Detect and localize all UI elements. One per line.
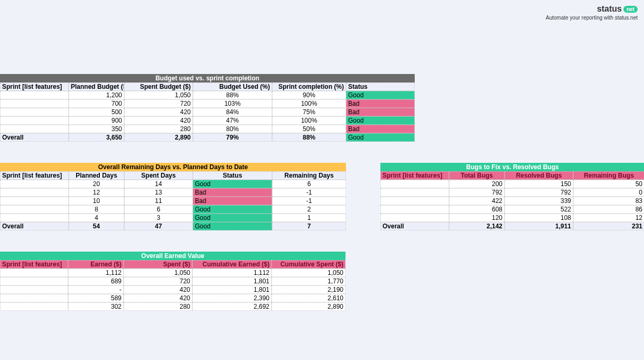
overall-cell: 1,911 (505, 222, 573, 230)
table-cell: 792 (449, 188, 505, 197)
col-header: Cumulative Spent ($) (272, 260, 346, 269)
status-badge: Bad (346, 125, 415, 133)
table-row (0, 125, 69, 133)
table-cell: 2 (272, 205, 346, 214)
status-badge: Good (193, 214, 272, 222)
overall-label: Overall (380, 222, 449, 230)
overall-cell: 7 (272, 222, 346, 230)
col-header: Budget Used (%) (193, 82, 272, 91)
table-cell: 150 (505, 180, 573, 188)
table-title: Bugs to Fix vs. Resolved Bugs (380, 163, 644, 171)
table-row (0, 277, 68, 285)
table-cell: -1 (272, 188, 346, 197)
col-header: Sprint [list features] (0, 260, 68, 269)
table-cell: 500 (69, 108, 124, 116)
table-row (0, 91, 69, 99)
overall-cell: 3,650 (69, 133, 124, 142)
brand-tagline: Automate your reporting with status.net (546, 15, 638, 21)
table-cell: 20 (69, 180, 124, 188)
table-row (0, 294, 68, 302)
table-cell: 6 (124, 205, 193, 214)
table-row (380, 197, 449, 205)
table-row (0, 285, 68, 294)
table-bugs: Bugs to Fix vs. Resolved Bugs Sprint [li… (380, 163, 644, 230)
table-cell: 420 (124, 116, 193, 125)
table-cell: 1,801 (192, 285, 272, 294)
table-cell: 420 (124, 294, 192, 302)
table-row (380, 188, 449, 197)
table-cell: 1,050 (124, 269, 192, 277)
table-row (380, 180, 449, 188)
table-cell: 3 (124, 214, 193, 222)
table-row (0, 302, 68, 311)
table-cell: 720 (124, 99, 193, 108)
status-badge: Bad (346, 108, 415, 116)
table-cell: 689 (68, 277, 124, 285)
table-cell: 302 (68, 302, 124, 311)
status-badge: Good (346, 116, 415, 125)
table-cell: 420 (124, 285, 192, 294)
table-cell: 50 (573, 180, 644, 188)
col-header: Sprint [list features] (0, 171, 69, 180)
col-header: Status (193, 171, 272, 180)
table-earned-value: Overall Earned Value Sprint [list featur… (0, 252, 644, 311)
table-title: Overall Earned Value (0, 252, 346, 260)
status-badge: Good (346, 133, 415, 142)
brand-logo: status net (546, 4, 638, 14)
status-badge: Good (193, 205, 272, 214)
col-header: Sprint [list features] (380, 171, 449, 180)
overall-cell: 2,890 (124, 133, 193, 142)
overall-cell: 88% (272, 133, 346, 142)
table-cell: 1,200 (69, 91, 124, 99)
status-badge: Bad (193, 197, 272, 205)
overall-cell: 2,142 (449, 222, 505, 230)
table-title: Budget used vs. sprint completion (0, 74, 415, 82)
status-badge: Good (193, 180, 272, 188)
table-cell: 86 (573, 205, 644, 214)
col-header: Sprint [list features] (0, 82, 69, 91)
col-header: Spent Days (124, 171, 193, 180)
table-row (0, 214, 69, 222)
table-cell: 50% (272, 125, 346, 133)
brand-badge: net (623, 6, 638, 13)
overall-label: Overall (0, 222, 69, 230)
table-cell: 13 (124, 188, 193, 197)
table-cell: 339 (505, 197, 573, 205)
table-row (380, 214, 449, 222)
table-cell: 100% (272, 99, 346, 108)
table-cell: 608 (449, 205, 505, 214)
table-cell: 80% (193, 125, 272, 133)
table-cell: 75% (272, 108, 346, 116)
table-cell: 900 (69, 116, 124, 125)
table-cell: 792 (505, 188, 573, 197)
table-cell: -1 (272, 197, 346, 205)
table-cell: 100% (272, 116, 346, 125)
table-row (0, 188, 69, 197)
overall-cell: 231 (573, 222, 644, 230)
table-cell: 10 (69, 197, 124, 205)
status-badge: Good (193, 222, 272, 230)
table-cell: 88% (193, 91, 272, 99)
brand-logo-area: status net Automate your reporting with … (546, 4, 638, 21)
table-cell: 2,692 (192, 302, 272, 311)
col-header: Resolved Bugs (505, 171, 573, 180)
table-cell: 4 (69, 214, 124, 222)
table-cell: - (68, 285, 124, 294)
table-row (0, 205, 69, 214)
table-cell: 103% (193, 99, 272, 108)
table-cell: 589 (68, 294, 124, 302)
table-row (0, 180, 69, 188)
table-cell: 83 (573, 197, 644, 205)
table-cell: 350 (69, 125, 124, 133)
col-header: Spent ($) (124, 260, 192, 269)
table-cell: 280 (124, 125, 193, 133)
table-cell: 8 (69, 205, 124, 214)
table-cell: 2,890 (272, 302, 346, 311)
table-cell: 700 (69, 99, 124, 108)
table-cell: 2,190 (272, 285, 346, 294)
table-cell: 1,112 (192, 269, 272, 277)
table-cell: 11 (124, 197, 193, 205)
col-header: Cumulative Earned ($) (192, 260, 272, 269)
col-header: Planned Days (69, 171, 124, 180)
table-cell: 108 (505, 214, 573, 222)
